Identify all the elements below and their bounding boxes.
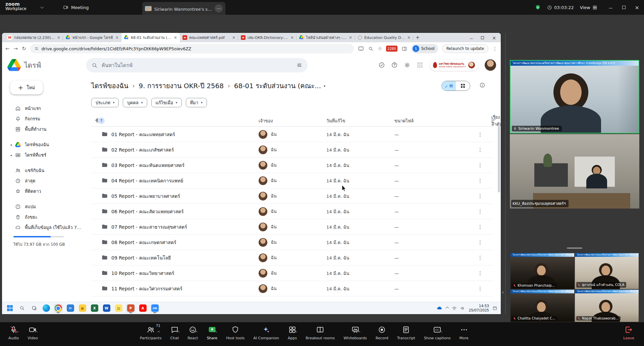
tab-options-icon[interactable] [215, 4, 223, 12]
taskbar-chrome[interactable] [54, 304, 63, 313]
folder-name[interactable]: 11 Report - คณะวิศวกรรมศาสตร์ [111, 285, 182, 292]
video-button[interactable]: Video [23, 322, 42, 340]
taskbar-notes[interactable]: ▤ [114, 304, 123, 313]
notification-center-icon[interactable] [492, 306, 497, 311]
sidebar-item-home[interactable]: หน้าแรก [8, 103, 86, 114]
taskbar-word[interactable]: W [102, 304, 111, 313]
row-menu-icon[interactable] [478, 255, 483, 261]
taskbar-powerpoint[interactable]: P [126, 304, 135, 313]
google-apps-icon[interactable] [417, 62, 423, 68]
filter-chip-source[interactable]: ที่มา [186, 98, 207, 107]
settings-gear-icon[interactable] [404, 62, 411, 68]
account-avatar[interactable] [485, 59, 496, 71]
folder-name[interactable]: 01 Report - คณะแพทยศาสตร์ [111, 131, 175, 138]
leave-button[interactable]: Leave [619, 322, 639, 340]
react-button[interactable]: React [183, 322, 202, 340]
tab-close-icon[interactable] [290, 35, 294, 40]
folder-row[interactable]: 10 Report - คณะวิทยาศาสตร์ ฉัน 14 มี.ค. … [91, 266, 493, 281]
browser-menu-icon[interactable] [492, 46, 497, 52]
browser-tab-gmail[interactable]: M กล่องจดหมาย (2,230) - siriwa@k... [5, 33, 63, 42]
sidebar-item-trash[interactable]: ถังขยะ [8, 212, 86, 222]
help-icon[interactable] [391, 62, 398, 68]
host-tools-button[interactable]: Host tools [222, 322, 249, 340]
extension-badge[interactable]: 2285 [386, 46, 397, 52]
folder-name[interactable]: 05 Report - คณะพยาบาลศาสตร์ [111, 192, 180, 200]
row-menu-icon[interactable] [478, 147, 483, 153]
search-input[interactable] [102, 62, 292, 68]
sidebar-item-activity[interactable]: กิจกรรม [8, 114, 86, 124]
sidebar-item-shared-drives[interactable]: ▸ ไดรฟ์ที่แชร์ [8, 150, 86, 160]
folder-name[interactable]: 07 Report - คณะสาธารณสุขศาสตร์ [111, 223, 187, 231]
video-active-speaker[interactable]: โครงการพัฒนาสมรรถนะเครือข่ายการพัฒนาคุณภ… [510, 60, 639, 133]
folder-row[interactable]: 09 Report - คณะเทคโนโลยี ฉัน 14 มี.ค. ฉั… [91, 250, 493, 266]
browser-tab-pdf2[interactable]: ▬ เล่ม-OKR-Dictionary-2568.pdf [238, 33, 297, 42]
scrollbar-thumb[interactable] [498, 125, 500, 192]
browser-minimize-icon[interactable] [470, 35, 473, 41]
site-settings-icon[interactable] [34, 46, 39, 51]
filter-chip-modified[interactable]: แก้ไขเมื่อ [151, 98, 182, 107]
chat-button[interactable]: Chat [166, 322, 183, 340]
folder-name[interactable]: 02 Report - คณะเภสัชศาสตร์ [111, 146, 174, 154]
breadcrumb-current-folder[interactable]: 68-01 ระดับส่วนงาน (คณะ... [234, 80, 325, 91]
apps-button[interactable]: Apps [283, 322, 301, 340]
taskbar-acrobat[interactable]: A [138, 304, 147, 313]
folder-name[interactable]: 06 Report - คณะสัตวแพทยศาสตร์ [111, 208, 184, 215]
sidebar-item-shared-with-me[interactable]: แชร์กับฉัน [8, 165, 86, 176]
url-input[interactable] [41, 46, 350, 51]
window-minimize-icon[interactable] [609, 4, 613, 11]
row-menu-icon[interactable] [478, 209, 483, 215]
browser-profile-chip[interactable]: S School [411, 44, 438, 53]
ai-companion-button[interactable]: AI Companion [249, 322, 283, 340]
row-menu-icon[interactable] [478, 286, 483, 292]
column-modified[interactable]: วันที่แก้ไข [326, 117, 345, 124]
volume-icon[interactable] [460, 306, 465, 310]
tray-expand-icon[interactable] [446, 306, 449, 310]
taskbar-edge[interactable] [42, 304, 51, 313]
whiteboards-button[interactable]: Whiteboards [339, 322, 371, 340]
folder-row[interactable]: 11 Report - คณะวิศวกรรมศาสตร์ ฉัน 14 มี.… [91, 281, 493, 296]
drive-logo[interactable]: ไดรฟ์ [7, 59, 41, 71]
breadcrumb-my-drive[interactable]: ไดรฟ์ของฉัน [91, 80, 128, 91]
forward-icon[interactable]: → [14, 46, 18, 52]
sidebar-item-workspaces[interactable]: พื้นที่ทำงาน [8, 124, 86, 134]
more-button[interactable]: More [455, 322, 473, 340]
folder-name[interactable]: 08 Report - คณะเกษตรศาสตร์ [111, 239, 176, 246]
tab-close-icon[interactable] [232, 35, 235, 40]
folder-row[interactable]: 03 Report - คณะทันตแพทยศาสตร์ ฉัน 14 มี.… [91, 158, 493, 173]
encryption-shield-icon[interactable] [535, 4, 541, 11]
video-thumbnail[interactable]: โครงการพัฒนาสมรรถนะเครือข่ายการพัฒนาคุณภ… [575, 290, 639, 322]
row-menu-icon[interactable] [478, 239, 483, 245]
taskbar-mail[interactable]: ✉ [66, 304, 75, 313]
audio-button[interactable]: Audio [4, 322, 23, 340]
breadcrumb-okr-folder[interactable]: 9. การรายงาน OKR-ปี 2568 [139, 80, 224, 91]
new-tab-button[interactable] [413, 33, 422, 42]
column-size[interactable]: ขนาดไฟล์ [394, 117, 414, 124]
browser-tab-pdf1[interactable]: ▬ คณะแพทยศาสตร์.pdf [180, 33, 238, 42]
offline-status-icon[interactable] [378, 62, 385, 68]
start-button[interactable] [5, 304, 14, 313]
row-menu-icon[interactable] [478, 270, 483, 276]
back-icon[interactable]: ← [5, 46, 10, 52]
expand-arrow-icon[interactable]: ▸ [11, 143, 14, 147]
details-info-icon[interactable] [479, 82, 485, 88]
view-button[interactable]: View [580, 5, 597, 10]
tab-shared-screen[interactable]: Siriwarin Wanmontree's screen [142, 2, 225, 15]
show-captions-button[interactable]: CC Show captions [420, 322, 455, 340]
browser-maximize-icon[interactable] [481, 36, 484, 39]
browser-tab-education[interactable]: Education Quality Developme... [355, 33, 413, 42]
filter-chip-type[interactable]: ประเภท [91, 98, 119, 107]
taskbar-explorer[interactable]: ▣ [78, 304, 87, 313]
sidebar-item-starred[interactable]: ที่ติดดาว [8, 186, 86, 196]
chevron-down-icon[interactable] [41, 5, 44, 9]
relaunch-to-update-button[interactable]: Relaunch to update [442, 44, 488, 53]
panel-drag-handle[interactable] [567, 247, 582, 249]
row-menu-icon[interactable] [478, 178, 483, 184]
taskbar-clock[interactable]: 14:53 25/07/2025 [469, 304, 489, 312]
browser-tab-drive-files[interactable]: ไฟล์นำเสนอฝ่ายต่างๆ - Google ไ... [297, 33, 355, 42]
row-menu-icon[interactable] [478, 162, 483, 168]
sidebar-item-storage[interactable]: พื้นที่เก็บข้อมูล (ใช้ไปแล้ว 73... [8, 222, 86, 233]
sidebar-item-spam[interactable]: สแปม [8, 201, 86, 212]
tab-close-icon[interactable] [115, 35, 119, 40]
new-button[interactable]: + ใหม่ [10, 80, 43, 95]
view-toggle[interactable] [441, 81, 470, 91]
